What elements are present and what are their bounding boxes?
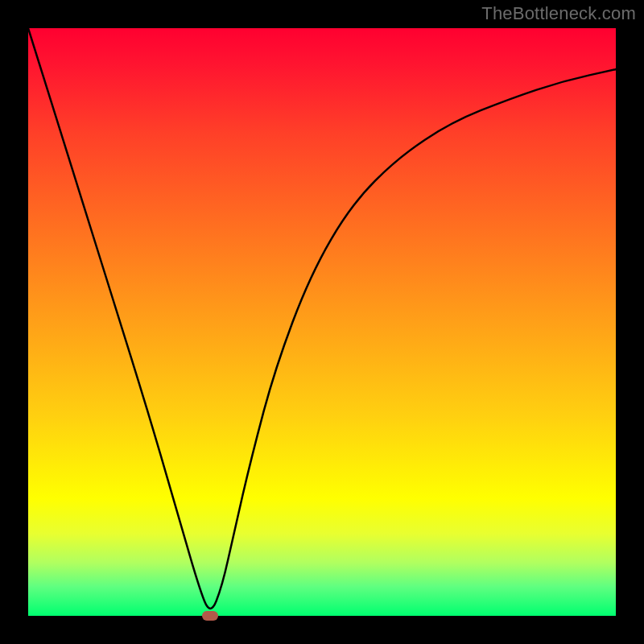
bottleneck-curve: [28, 28, 616, 616]
plot-area: [28, 28, 616, 616]
minimum-marker: [202, 611, 218, 621]
chart-frame: TheBottleneck.com: [0, 0, 644, 644]
watermark-text: TheBottleneck.com: [481, 3, 636, 24]
